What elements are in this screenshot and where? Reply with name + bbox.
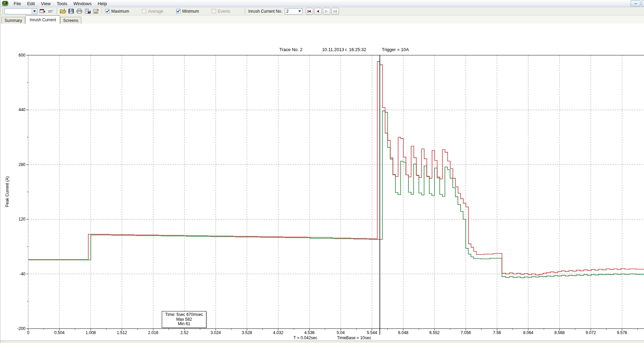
y-tick-label: 120 <box>19 217 25 222</box>
menu-windows[interactable]: Windows <box>70 0 95 7</box>
export-icon[interactable]: TXT <box>92 8 100 15</box>
x-tick-label: 2.52 <box>180 330 189 335</box>
edit-values-icon: 17 <box>47 8 55 15</box>
print-icon[interactable] <box>75 8 83 15</box>
x-tick-label: 3.024 <box>211 330 221 335</box>
y-tick-label: -40 <box>20 272 26 276</box>
checked-checkbox-icon[interactable] <box>105 9 110 13</box>
x-tick-label: 7.056 <box>461 330 471 335</box>
chart-plot[interactable]: 600440280120-40-20000.5041.0081.5122.016… <box>0 24 644 341</box>
tab-inrush-current[interactable]: Inrush Current <box>25 15 60 24</box>
next-record-button <box>323 8 330 15</box>
x-tick-label: 1.512 <box>117 330 127 335</box>
inrush-chart: 600440280120-40-20000.5041.0081.5122.016… <box>0 24 644 341</box>
svg-text:TXT: TXT <box>94 12 98 14</box>
toolbar-grip <box>245 9 246 14</box>
chart-title-trace: Trace No. 2 <box>279 47 302 52</box>
first-record-button[interactable] <box>306 8 313 15</box>
x-axis-sample-label: T = 0.042sec <box>293 335 317 340</box>
tab-screens[interactable]: Screens <box>60 17 81 24</box>
x-tick-label: 3.528 <box>242 330 252 335</box>
menu-view[interactable]: View <box>38 0 54 7</box>
menu-help[interactable]: Help <box>94 0 110 7</box>
x-tick-label: 5.544 <box>367 330 377 335</box>
prev-record-button[interactable] <box>314 8 322 15</box>
tooltip-min: Min 61 <box>163 322 205 327</box>
menu-edit[interactable]: Edit <box>24 0 38 7</box>
unchecked-checkbox-icon <box>142 9 146 13</box>
x-tick-label: 7.56 <box>493 330 501 335</box>
checkbox-label: Average <box>148 9 163 14</box>
preset-combobox[interactable] <box>4 8 37 14</box>
x-tick-label: 8.064 <box>523 330 533 335</box>
minimize-button[interactable]: – <box>631 0 641 7</box>
tab-summary[interactable]: Summary <box>1 17 25 24</box>
tooltip-time: Time: 5sec 670msec <box>163 312 205 317</box>
tab-bar: SummaryInrush CurrentScreens <box>0 15 644 24</box>
y-tick-label: -200 <box>17 326 25 331</box>
x-tick-label: 9.576 <box>617 330 627 335</box>
checkbox-events: Events <box>212 9 230 14</box>
maximize-button-partial[interactable] <box>642 0 644 7</box>
toolbar-grip <box>56 9 57 14</box>
chart-title-datetime: 10.11.2013 г. 16:25:32 <box>322 47 366 52</box>
toolbar-grip <box>101 9 102 14</box>
checkbox-average: Average <box>142 9 163 14</box>
x-tick-label: 8.568 <box>554 330 565 335</box>
toolbar-grip <box>2 9 3 14</box>
layout-icon[interactable] <box>38 8 47 15</box>
window-bottom-edge <box>0 341 644 343</box>
app-icon <box>2 1 8 6</box>
x-tick-label: 2.016 <box>148 330 158 335</box>
x-tick-label: 0 <box>27 330 30 335</box>
report-icon[interactable] <box>83 8 92 15</box>
last-record-button <box>331 8 339 15</box>
x-axis-timebase-label: TimeBase = 10sec <box>337 335 371 340</box>
y-tick-label: 600 <box>19 53 25 58</box>
checkbox-label: Minimum <box>182 9 199 14</box>
checkbox-label: Maximum <box>111 9 129 14</box>
tooltip-max: Max 582 <box>163 317 205 322</box>
checkbox-label: Events <box>218 9 230 14</box>
x-tick-label: 5.04 <box>337 330 345 335</box>
inrush-current-no-value: 2 <box>285 9 297 14</box>
x-tick-label: 4.536 <box>304 330 315 335</box>
series-maximum-line <box>28 61 644 275</box>
checkbox-minimum[interactable]: Minimum <box>176 9 199 14</box>
toolbar: 17 <box>0 7 644 15</box>
chevron-down-icon[interactable] <box>32 9 37 14</box>
checkbox-maximum[interactable]: Maximum <box>105 9 129 14</box>
menu-file[interactable]: File <box>11 0 24 7</box>
inrush-current-no-label: Inrush Current No. <box>248 9 282 14</box>
x-tick-label: 6.048 <box>398 330 408 335</box>
y-tick-label: 280 <box>19 162 25 167</box>
save-icon[interactable] <box>67 8 75 15</box>
chart-title-trigger: Trigger = 10A <box>382 47 409 52</box>
menu-bar: FileEditViewToolsWindowsHelp – <box>0 0 644 7</box>
y-axis-title: Peak Current (A) <box>5 176 10 207</box>
open-file-icon[interactable] <box>59 8 67 15</box>
cursor-tooltip: Time: 5sec 670msec Max 582 Min 61 <box>162 311 206 328</box>
menu-tools[interactable]: Tools <box>54 0 70 7</box>
series-minimum-line <box>28 111 644 277</box>
checked-checkbox-icon[interactable] <box>176 9 181 13</box>
unchecked-checkbox-icon <box>212 9 216 13</box>
x-tick-label: 6.552 <box>429 330 440 335</box>
x-tick-label: 4.032 <box>273 330 283 335</box>
x-tick-label: 9.072 <box>586 330 596 335</box>
window-controls: – <box>631 0 644 7</box>
x-tick-label: 1.008 <box>86 330 96 335</box>
chevron-down-icon[interactable] <box>297 9 302 14</box>
x-tick-label: 0.504 <box>54 330 65 335</box>
inrush-current-no-combobox[interactable]: 2 <box>285 8 303 14</box>
y-tick-label: 440 <box>19 107 25 112</box>
